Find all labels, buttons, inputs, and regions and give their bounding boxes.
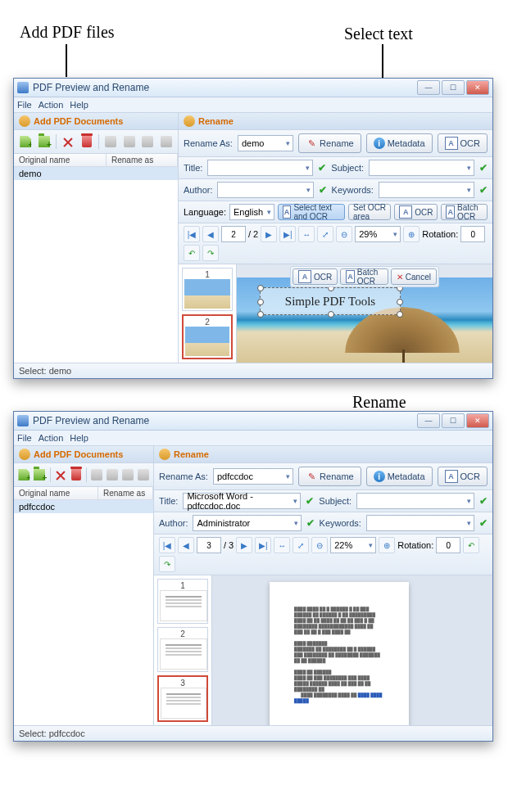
status-bar: Select: pdfccdoc bbox=[14, 725, 492, 741]
fit-page-button[interactable]: ⤢ bbox=[317, 226, 333, 242]
maximize-button[interactable]: ☐ bbox=[442, 80, 465, 95]
rotate-left-button[interactable]: ↶ bbox=[184, 245, 200, 261]
page-current-input[interactable] bbox=[197, 537, 221, 553]
title-input[interactable]: Microsoft Word - pdfccdoc.doc bbox=[183, 493, 301, 509]
rotate-right-button[interactable]: ↷ bbox=[202, 245, 219, 261]
zoom-out-button[interactable]: ⊖ bbox=[336, 226, 352, 242]
page-total: 2 bbox=[253, 229, 258, 239]
add-file-button[interactable] bbox=[17, 133, 34, 151]
zoom-select[interactable]: 29% bbox=[355, 226, 401, 242]
tool-button-3[interactable] bbox=[120, 466, 134, 484]
prev-page-button[interactable]: ◀ bbox=[202, 226, 219, 242]
page-separator: / bbox=[224, 540, 226, 550]
rename-button[interactable]: ✎Rename bbox=[298, 467, 361, 486]
author-input[interactable] bbox=[217, 182, 313, 198]
file-list[interactable]: demo bbox=[14, 167, 178, 363]
trash-button[interactable] bbox=[69, 466, 83, 484]
set-ocr-area-button[interactable]: Set OCR area bbox=[348, 204, 391, 220]
minimize-button[interactable]: — bbox=[417, 413, 440, 428]
first-page-button[interactable]: |◀ bbox=[159, 537, 175, 553]
first-page-button[interactable]: |◀ bbox=[184, 226, 200, 242]
trash-button[interactable] bbox=[78, 133, 95, 151]
select-text-ocr-button[interactable]: ASelect text and OCR bbox=[278, 204, 345, 220]
add-folder-icon bbox=[39, 136, 50, 147]
tool-button-1[interactable] bbox=[90, 466, 104, 484]
zoom-in-button[interactable]: ⊕ bbox=[379, 537, 395, 553]
ocr-icon: A bbox=[346, 270, 355, 283]
ocr-small-button[interactable]: AOCR bbox=[394, 204, 438, 220]
menu-file[interactable]: File bbox=[17, 100, 32, 110]
text-selection-frame[interactable]: Simple PDF Tools bbox=[260, 287, 401, 315]
tool-button-1[interactable] bbox=[102, 133, 120, 151]
menu-file[interactable]: File bbox=[17, 433, 32, 443]
maximize-button[interactable]: ☐ bbox=[442, 413, 465, 428]
rotate-left-button[interactable]: ↶ bbox=[463, 537, 479, 553]
prev-page-button[interactable]: ◀ bbox=[178, 537, 194, 553]
thumbnail[interactable]: 2 bbox=[182, 314, 233, 359]
rotation-input[interactable] bbox=[460, 226, 485, 242]
keywords-input[interactable] bbox=[379, 182, 474, 198]
ocr-button[interactable]: AOCR bbox=[438, 133, 488, 153]
thumbnail[interactable]: 1 bbox=[182, 268, 233, 311]
add-folder-button[interactable] bbox=[36, 133, 53, 151]
subject-input[interactable] bbox=[356, 493, 474, 509]
remove-button[interactable] bbox=[60, 133, 77, 151]
rename-button[interactable]: ✎Rename bbox=[298, 133, 361, 153]
float-batch-ocr-button[interactable]: ABatch OCR bbox=[340, 268, 388, 285]
close-button[interactable]: ✕ bbox=[466, 80, 489, 95]
batch-ocr-button[interactable]: ABatch OCR bbox=[441, 204, 488, 220]
rotate-right-button[interactable]: ↷ bbox=[159, 556, 175, 572]
zoom-in-button[interactable]: ⊕ bbox=[403, 226, 420, 242]
float-cancel-button[interactable]: ✕Cancel bbox=[391, 268, 437, 285]
tool-button-3[interactable] bbox=[139, 133, 156, 151]
page-current-input[interactable] bbox=[221, 226, 246, 242]
tool-button-4[interactable] bbox=[157, 133, 175, 151]
close-button[interactable]: ✕ bbox=[466, 413, 489, 428]
language-select[interactable]: English bbox=[229, 204, 274, 220]
next-page-button[interactable]: ▶ bbox=[261, 226, 277, 242]
tool-button-2[interactable] bbox=[106, 466, 120, 484]
thumbnail[interactable]: 3 bbox=[157, 675, 208, 722]
keywords-input[interactable] bbox=[366, 515, 474, 531]
fit-width-button[interactable]: ↔ bbox=[298, 226, 315, 242]
zoom-select[interactable]: 22% bbox=[330, 537, 376, 553]
float-ocr-button[interactable]: AOCR bbox=[293, 268, 338, 285]
rotation-input[interactable] bbox=[436, 537, 460, 553]
thumbnail-image bbox=[184, 279, 230, 309]
add-folder-icon bbox=[34, 469, 45, 480]
menu-action[interactable]: Action bbox=[39, 433, 64, 443]
thumbnail[interactable]: 1 bbox=[157, 579, 208, 624]
menu-help[interactable]: Help bbox=[70, 433, 88, 443]
add-file-button[interactable] bbox=[17, 466, 31, 484]
ocr-button[interactable]: AOCR bbox=[438, 467, 488, 486]
tool-button-2[interactable] bbox=[120, 133, 138, 151]
list-item[interactable]: demo bbox=[14, 167, 178, 180]
zoom-out-button[interactable]: ⊖ bbox=[311, 537, 328, 553]
preview-canvas[interactable]: AOCR ABatch OCR ✕Cancel Simple PDF Tools bbox=[237, 264, 492, 363]
title-input[interactable] bbox=[207, 160, 313, 176]
menu-help[interactable]: Help bbox=[70, 100, 88, 110]
metadata-button[interactable]: iMetadata bbox=[366, 133, 433, 153]
remove-button[interactable] bbox=[53, 466, 67, 484]
fit-width-button[interactable]: ↔ bbox=[274, 537, 290, 553]
thumbnail[interactable]: 2 bbox=[157, 627, 208, 672]
tool-button-4[interactable] bbox=[136, 466, 150, 484]
next-page-button[interactable]: ▶ bbox=[236, 537, 252, 553]
subject-input[interactable] bbox=[369, 160, 474, 176]
fit-page-button[interactable]: ⤢ bbox=[293, 537, 309, 553]
add-folder-button[interactable] bbox=[33, 466, 47, 484]
list-item[interactable]: pdfccdoc bbox=[14, 500, 153, 513]
minimize-button[interactable]: — bbox=[417, 80, 440, 95]
status-text: Select: pdfccdoc bbox=[19, 729, 85, 738]
rename-as-input[interactable]: demo bbox=[238, 135, 293, 151]
last-page-button[interactable]: ▶| bbox=[279, 226, 296, 242]
menu-action[interactable]: Action bbox=[39, 100, 64, 110]
preview-canvas[interactable]: ████ ████ ██ █ ██████ █ ██ ███ ██████ ██… bbox=[212, 575, 492, 725]
author-input[interactable]: Administrator bbox=[193, 515, 301, 531]
rename-as-input[interactable]: pdfccdoc bbox=[213, 468, 293, 485]
file-name: demo bbox=[14, 169, 106, 178]
file-list[interactable]: pdfccdoc bbox=[14, 500, 153, 725]
thumbnail-label: 2 bbox=[185, 318, 229, 327]
metadata-button[interactable]: iMetadata bbox=[366, 467, 433, 486]
last-page-button[interactable]: ▶| bbox=[255, 537, 271, 553]
